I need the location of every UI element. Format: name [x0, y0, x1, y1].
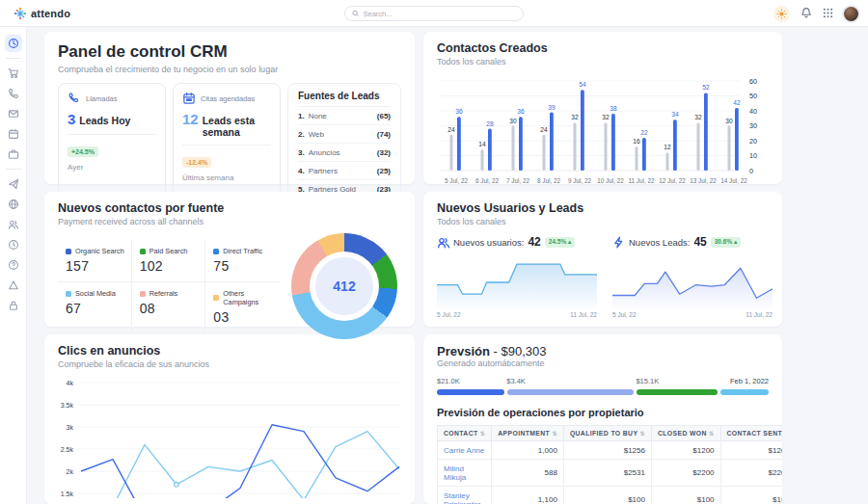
- svg-text:30: 30: [749, 121, 757, 130]
- clics-line-svg: 4k3.5k3k2.5k2k1.5k: [58, 375, 401, 498]
- search-bar[interactable]: [344, 6, 524, 21]
- svg-text:1.5k: 1.5k: [61, 491, 74, 497]
- bar-chart-svg: 010203040506024365 Jul, 2214286 Jul, 223…: [437, 70, 769, 201]
- sidebar-item-dashboard[interactable]: [5, 35, 22, 52]
- sidebar-nav: [0, 27, 27, 504]
- table-header[interactable]: CONTACT ⇅: [438, 426, 492, 441]
- contact-link[interactable]: Stanley Drinkwater: [438, 487, 492, 504]
- lead-source-row[interactable]: 1. None (65): [298, 107, 391, 125]
- forecast-progress-bar[interactable]: [437, 389, 769, 395]
- svg-text:0: 0: [749, 167, 753, 175]
- kpi-footnote: Ayer: [68, 163, 156, 172]
- top-bar: attendo: [0, 0, 868, 27]
- apps-grid-icon[interactable]: [823, 5, 833, 22]
- phone-icon: [8, 88, 19, 99]
- sidebar-item-send[interactable]: [5, 175, 22, 193]
- user-avatar[interactable]: [844, 7, 858, 21]
- table-cell: $2200: [651, 460, 720, 487]
- svg-text:11 Jul, 22: 11 Jul, 22: [629, 177, 655, 184]
- forecast-title-amount: - $90,303: [490, 344, 547, 358]
- svg-text:60: 60: [749, 77, 757, 86]
- lead-source-count: (65): [377, 112, 391, 120]
- lead-source-row[interactable]: 3. Anuncios (32): [298, 144, 391, 162]
- legend-swatch: [140, 249, 146, 254]
- table-cell: $1200: [651, 441, 720, 460]
- users-leads-title: Nuevos Usuarios y Leads: [437, 201, 769, 215]
- svg-text:13 Jul, 22: 13 Jul, 22: [690, 177, 717, 184]
- sidebar-item-calendar[interactable]: [5, 125, 22, 143]
- contact-link[interactable]: Carrie Anne: [438, 441, 492, 460]
- table-cell: $1256: [563, 441, 651, 460]
- sort-icon: ⇅: [640, 431, 645, 437]
- calendar-icon: [182, 92, 196, 105]
- ad-clicks-line-chart[interactable]: 4k3.5k3k2.5k2k1.5k: [58, 369, 401, 502]
- kpi-footnote: Última semana: [182, 173, 271, 182]
- forecast-card: Prevsión - $90,303 Generado automáticame…: [423, 334, 782, 504]
- table-cell: 1,100: [492, 487, 564, 504]
- table-cell: $2531: [563, 460, 651, 487]
- nuevos-usuarios-chart[interactable]: Nuevos usuarios: 42 24.5% ▴ 5 Jul, 22 11…: [437, 235, 597, 318]
- table-row[interactable]: Carrie Anne1,000$1256$1200$1200: [438, 441, 783, 460]
- sidebar-item-globe[interactable]: [5, 196, 22, 213]
- table-header[interactable]: CLOSED WON ⇅: [651, 426, 720, 441]
- legend-text: Referrals: [149, 289, 178, 298]
- mail-icon: [8, 108, 19, 119]
- svg-text:52: 52: [702, 84, 710, 91]
- sidebar-divider: [6, 58, 21, 59]
- svg-text:30: 30: [509, 118, 517, 124]
- app-logo[interactable]: attendo: [14, 0, 70, 27]
- svg-text:30: 30: [725, 118, 733, 124]
- table-header[interactable]: QUALIFIED TO BUY ⇅: [563, 426, 651, 441]
- lead-source-row[interactable]: 4. Partners (25): [298, 162, 391, 180]
- table-header[interactable]: APPOINTMENT ⇅: [492, 426, 564, 441]
- dashboard-icon: [8, 38, 19, 49]
- lead-source-count: (25): [377, 167, 391, 175]
- send-icon: [8, 178, 19, 190]
- mini-trend-badge: 30.6% ▴: [711, 237, 742, 248]
- sidebar-item-phone[interactable]: [5, 85, 22, 102]
- svg-text:54: 54: [579, 81, 586, 88]
- donut-chart[interactable]: 412: [291, 233, 397, 339]
- table-cell: $100: [651, 487, 720, 504]
- lead-source-row[interactable]: 2. Web (74): [298, 125, 391, 144]
- page-title: Panel de control CRM: [58, 42, 401, 62]
- table-cell: 1,000: [492, 441, 564, 460]
- search-input[interactable]: [363, 10, 516, 18]
- kpi-divider: [68, 134, 156, 135]
- notifications-bell-icon[interactable]: [800, 5, 812, 22]
- table-cell: 588: [492, 460, 564, 487]
- lead-source-count: (74): [377, 130, 391, 139]
- sidebar-item-cart[interactable]: [5, 65, 22, 82]
- search-icon: [352, 10, 359, 17]
- sidebar-item-prism[interactable]: [5, 277, 22, 294]
- sidebar-item-users[interactable]: [5, 216, 22, 233]
- calendar-icon: [8, 128, 19, 140]
- sidebar-item-lock[interactable]: [5, 297, 22, 314]
- svg-text:4k: 4k: [67, 380, 74, 386]
- legend-value: 157: [66, 258, 125, 274]
- nuevos-leads-chart[interactable]: Nuevos Leads: 45 30.6% ▴ 5 Jul, 22 11 Ju…: [612, 235, 773, 318]
- sidebar-item-help[interactable]: [5, 256, 22, 274]
- contact-link[interactable]: Milind Mikuja: [438, 460, 492, 487]
- contacts-created-bar-chart[interactable]: 010203040506024365 Jul, 2214286 Jul, 223…: [437, 66, 769, 205]
- table-row[interactable]: Milind Mikuja588$2531$2200$2200: [438, 460, 783, 487]
- mini-label: Nuevos Leads:: [629, 237, 690, 248]
- kpi-card-llamadas[interactable]: Llamadas 3 Leads Hoy +24.5% Ayer: [58, 83, 166, 199]
- kpi-card-citas[interactable]: Citas agendadas 12 Leads esta semana -12…: [173, 83, 281, 199]
- mini-trend-badge: 24.5% ▴: [545, 237, 576, 248]
- kpi-row: Llamadas 3 Leads Hoy +24.5% Ayer Citas a…: [58, 83, 401, 199]
- sidebar-item-mail[interactable]: [5, 105, 22, 122]
- kpi-unit: Leads esta semana: [203, 115, 271, 138]
- kpi-badge: +24.5%: [68, 146, 98, 157]
- table-header[interactable]: CONTACT SENT ⇅: [720, 426, 782, 441]
- svg-text:40: 40: [749, 107, 757, 116]
- sidebar-item-clock[interactable]: [5, 236, 22, 253]
- nuevos-usuarios-icon: [437, 236, 449, 249]
- page-subtitle: Comprueba el crecimiento de tu negocio e…: [58, 65, 401, 74]
- svg-text:3.5k: 3.5k: [61, 402, 74, 409]
- phone-icon: [68, 92, 81, 105]
- theme-toggle-sun-icon[interactable]: [773, 6, 790, 22]
- table-row[interactable]: Stanley Drinkwater1,100$100$100$100: [438, 487, 783, 504]
- svg-text:36: 36: [455, 108, 463, 115]
- sidebar-item-briefcase[interactable]: [5, 146, 22, 163]
